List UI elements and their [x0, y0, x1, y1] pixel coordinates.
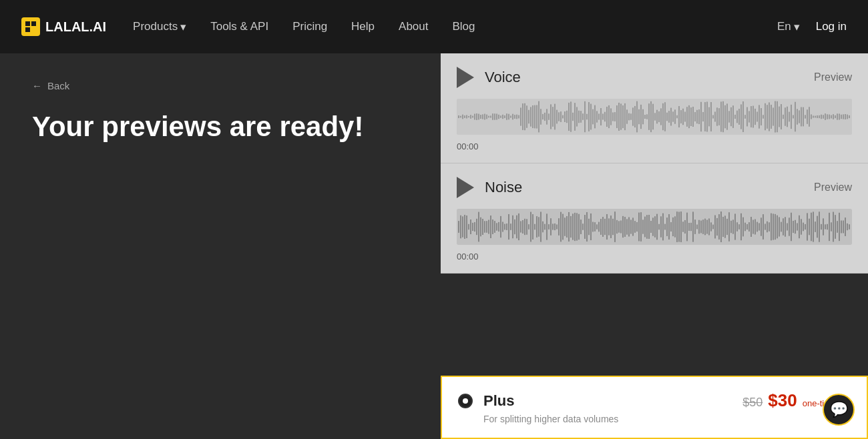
logo-text: LALAL.AI	[45, 19, 106, 35]
nav-products[interactable]: Products ▾	[122, 15, 197, 39]
discounted-price: $30	[768, 390, 797, 411]
chat-button[interactable]: 💬	[823, 394, 855, 426]
chat-icon: 💬	[830, 401, 848, 418]
plus-left: Plus	[458, 392, 514, 410]
nav-pricing[interactable]: Pricing	[282, 15, 338, 39]
page-title: Your previews are ready!	[32, 110, 409, 143]
right-panel: Voice Preview 00:00 Noise	[441, 53, 868, 439]
voice-label: Voice	[485, 69, 521, 86]
plus-subtitle: For splitting higher data volumes	[483, 414, 851, 424]
voice-card-left: Voice	[457, 67, 521, 88]
nav-right: En ▾ Log in	[777, 20, 847, 34]
navbar: LALAL.AI Products ▾ Tools & API Pricing …	[0, 0, 868, 53]
noise-label: Noise	[485, 179, 522, 196]
svg-rect-0	[25, 21, 30, 26]
back-arrow-icon: ←	[32, 80, 42, 91]
plus-label: Plus	[483, 392, 514, 410]
chevron-down-icon: ▾	[180, 20, 186, 34]
noise-preview-button[interactable]: Preview	[814, 181, 852, 193]
svg-rect-2	[25, 27, 30, 32]
logo[interactable]: LALAL.AI	[21, 17, 106, 36]
plus-card: Plus $50 $30 one-time fee For splitting …	[441, 376, 868, 439]
plus-card-header: Plus $50 $30 one-time fee	[458, 390, 851, 411]
noise-card-left: Noise	[457, 177, 522, 198]
voice-timestamp: 00:00	[457, 141, 479, 151]
noise-timestamp: 00:00	[457, 252, 479, 262]
voice-card: Voice Preview 00:00	[441, 53, 868, 163]
chevron-down-icon: ▾	[794, 20, 800, 34]
nav-tools-api[interactable]: Tools & API	[200, 15, 279, 39]
voice-preview-button[interactable]: Preview	[814, 71, 852, 83]
noise-card-header: Noise Preview	[457, 177, 852, 198]
language-selector[interactable]: En ▾	[777, 20, 800, 34]
original-price: $50	[742, 396, 763, 410]
nav-help[interactable]: Help	[341, 15, 385, 39]
back-link[interactable]: ← Back	[32, 80, 409, 91]
nav-items: Products ▾ Tools & API Pricing Help Abou…	[122, 15, 777, 39]
svg-rect-1	[31, 21, 36, 26]
nav-blog[interactable]: Blog	[442, 15, 486, 39]
svg-rect-3	[31, 27, 36, 32]
voice-card-header: Voice Preview	[457, 67, 852, 88]
voice-play-button[interactable]	[457, 67, 474, 88]
noise-card: Noise Preview 00:00	[441, 163, 868, 274]
login-button[interactable]: Log in	[816, 20, 847, 33]
voice-waveform	[457, 99, 852, 135]
noise-play-button[interactable]	[457, 177, 474, 198]
noise-waveform	[457, 209, 852, 245]
nav-about[interactable]: About	[388, 15, 439, 39]
plus-radio[interactable]	[458, 394, 473, 408]
left-panel: ← Back Your previews are ready!	[0, 53, 441, 439]
main-content: ← Back Your previews are ready! Voice Pr…	[0, 53, 868, 439]
logo-icon	[21, 17, 40, 36]
